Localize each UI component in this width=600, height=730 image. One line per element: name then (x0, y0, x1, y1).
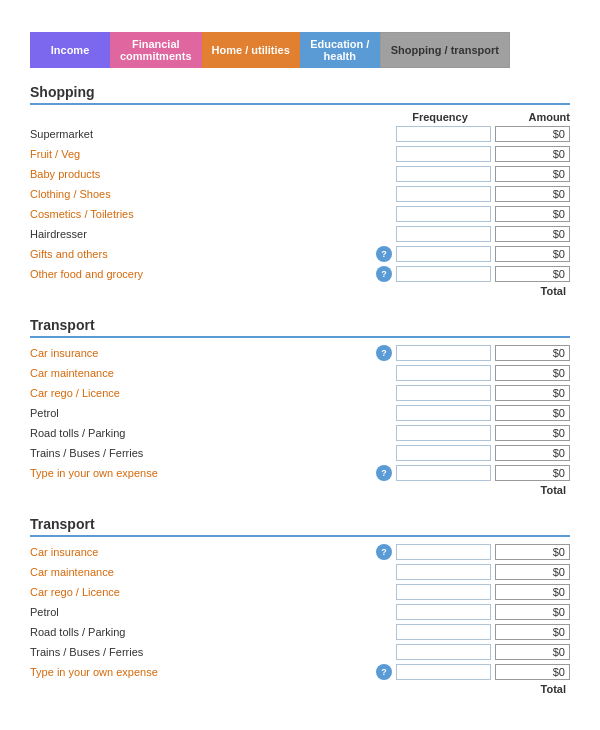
frequency-input[interactable] (396, 385, 491, 401)
frequency-input[interactable] (396, 604, 491, 620)
frequency-input[interactable] (396, 166, 491, 182)
frequency-input[interactable] (396, 584, 491, 600)
table-row: Cosmetics / Toiletries$0 (30, 205, 570, 223)
total-label: Total (541, 484, 566, 496)
help-icon[interactable]: ? (376, 345, 392, 361)
table-row: Car insurance?$0 (30, 543, 570, 561)
frequency-input[interactable] (396, 544, 491, 560)
section-title-shopping: Shopping (30, 84, 570, 105)
frequency-input[interactable] (396, 345, 491, 361)
table-row: Car rego / Licence$0 (30, 384, 570, 402)
total-row: Total (30, 683, 570, 695)
amount-display: $0 (495, 584, 570, 600)
amount-display: $0 (495, 564, 570, 580)
column-headers: Frequency Amount (30, 111, 570, 123)
table-row: Trains / Buses / Ferries$0 (30, 643, 570, 661)
expense-label: Type in your own expense (30, 467, 376, 479)
table-row: Petrol$0 (30, 603, 570, 621)
table-row: Type in your own expense?$0 (30, 464, 570, 482)
amount-display: $0 (495, 425, 570, 441)
amount-display: $0 (495, 266, 570, 282)
amount-display: $0 (495, 405, 570, 421)
frequency-input[interactable] (396, 206, 491, 222)
frequency-input[interactable] (396, 445, 491, 461)
expense-label: Trains / Buses / Ferries (30, 646, 376, 658)
section-title-transport2: Transport (30, 516, 570, 537)
amount-display: $0 (495, 385, 570, 401)
help-icon[interactable]: ? (376, 664, 392, 680)
total-row: Total (30, 285, 570, 297)
expense-label: Road tolls / Parking (30, 427, 376, 439)
total-label: Total (541, 285, 566, 297)
frequency-input[interactable] (396, 226, 491, 242)
section-shopping: Shopping Frequency Amount Supermarket$0F… (30, 84, 570, 297)
frequency-input[interactable] (396, 465, 491, 481)
table-row: Hairdresser$0 (30, 225, 570, 243)
table-row: Road tolls / Parking$0 (30, 623, 570, 641)
help-icon[interactable]: ? (376, 266, 392, 282)
expense-label: Hairdresser (30, 228, 376, 240)
expense-label: Car maintenance (30, 566, 376, 578)
help-icon[interactable]: ? (376, 544, 392, 560)
amount-display: $0 (495, 445, 570, 461)
table-row: Car rego / Licence$0 (30, 583, 570, 601)
amount-display: $0 (495, 345, 570, 361)
table-row: Baby products$0 (30, 165, 570, 183)
section-title-transport1: Transport (30, 317, 570, 338)
section-transport2: TransportCar insurance?$0Car maintenance… (30, 516, 570, 695)
expense-label: Petrol (30, 407, 376, 419)
total-label: Total (541, 683, 566, 695)
expense-label: Fruit / Veg (30, 148, 376, 160)
expense-label: Trains / Buses / Ferries (30, 447, 376, 459)
expense-label: Clothing / Shoes (30, 188, 376, 200)
frequency-input[interactable] (396, 425, 491, 441)
amount-display: $0 (495, 186, 570, 202)
frequency-input[interactable] (396, 624, 491, 640)
frequency-input[interactable] (396, 266, 491, 282)
amount-display: $0 (495, 365, 570, 381)
tab-education[interactable]: Education /health (300, 32, 380, 68)
amount-display: $0 (495, 146, 570, 162)
amount-display: $0 (495, 126, 570, 142)
expense-label: Road tolls / Parking (30, 626, 376, 638)
frequency-input[interactable] (396, 186, 491, 202)
sections-container: Shopping Frequency Amount Supermarket$0F… (30, 84, 570, 695)
amount-display: $0 (495, 604, 570, 620)
amount-display: $0 (495, 246, 570, 262)
expense-label: Car rego / Licence (30, 387, 376, 399)
expense-label: Supermarket (30, 128, 376, 140)
table-row: Car maintenance$0 (30, 563, 570, 581)
table-row: Gifts and others?$0 (30, 245, 570, 263)
tab-financial[interactable]: Financialcommitments (110, 32, 202, 68)
amount-display: $0 (495, 544, 570, 560)
frequency-input[interactable] (396, 644, 491, 660)
frequency-header: Frequency (390, 111, 490, 123)
tab-income[interactable]: Income (30, 32, 110, 68)
table-row: Fruit / Veg$0 (30, 145, 570, 163)
expense-label: Car insurance (30, 546, 376, 558)
help-icon[interactable]: ? (376, 246, 392, 262)
frequency-input[interactable] (396, 146, 491, 162)
frequency-input[interactable] (396, 405, 491, 421)
table-row: Type in your own expense?$0 (30, 663, 570, 681)
table-row: Trains / Buses / Ferries$0 (30, 444, 570, 462)
tab-bar: Income Financialcommitments Home / utili… (30, 32, 570, 68)
frequency-input[interactable] (396, 664, 491, 680)
frequency-input[interactable] (396, 126, 491, 142)
expense-label: Car rego / Licence (30, 586, 376, 598)
expense-label: Cosmetics / Toiletries (30, 208, 376, 220)
frequency-input[interactable] (396, 564, 491, 580)
amount-header: Amount (490, 111, 570, 123)
tab-home[interactable]: Home / utilities (202, 32, 300, 68)
expense-label: Petrol (30, 606, 376, 618)
section-transport1: TransportCar insurance?$0Car maintenance… (30, 317, 570, 496)
expense-label: Baby products (30, 168, 376, 180)
table-row: Supermarket$0 (30, 125, 570, 143)
table-row: Car maintenance$0 (30, 364, 570, 382)
tab-shopping[interactable]: Shopping / transport (380, 32, 510, 68)
frequency-input[interactable] (396, 246, 491, 262)
expense-label: Type in your own expense (30, 666, 376, 678)
help-icon[interactable]: ? (376, 465, 392, 481)
table-row: Clothing / Shoes$0 (30, 185, 570, 203)
frequency-input[interactable] (396, 365, 491, 381)
